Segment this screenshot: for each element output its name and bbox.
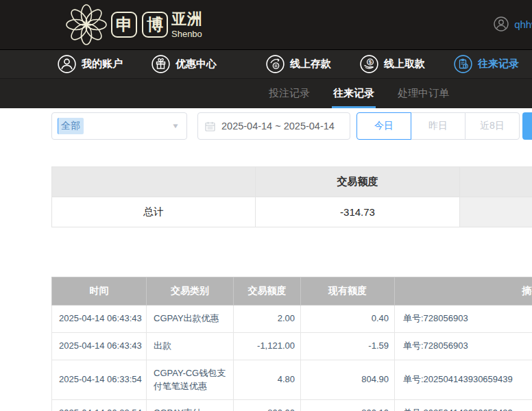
- nav-item-transactions[interactable]: 往来记录: [454, 55, 519, 73]
- col-header-time: 时间: [52, 277, 147, 306]
- cell-type: CGPAY支付: [147, 400, 234, 411]
- nav-label: 我的账户: [82, 58, 123, 71]
- logo-char-2: 博: [142, 12, 168, 38]
- cell-type: 出款: [147, 332, 234, 360]
- logo-region-text: 亚洲: [171, 12, 203, 27]
- user-account[interactable]: qhhw: [494, 16, 532, 32]
- today-button[interactable]: 今日: [356, 112, 411, 140]
- nav-item-promotions[interactable]: 优惠中心: [152, 55, 217, 73]
- nav-label: 往来记录: [478, 58, 519, 71]
- account-person-icon: [58, 55, 76, 73]
- site-logo[interactable]: 申 博 亚洲 Shenbo: [64, 4, 203, 45]
- cell-summary: 单号:728056903: [395, 306, 532, 333]
- deposit-coin-icon: [266, 55, 285, 73]
- cell-balance: 804.90: [301, 360, 395, 400]
- cell-summary: 单号:202504143930659439: [395, 360, 532, 400]
- cell-amount: 2.00: [234, 306, 301, 333]
- nav-label: 线上存款: [290, 58, 331, 71]
- cell-summary: 单号:728056903: [395, 332, 532, 360]
- cell-type: CGPAY出款优惠: [147, 306, 234, 333]
- cell-summary: 单号:202504143930659439: [395, 400, 532, 411]
- table-row: 2025-04-14 06:33:54 CGPAY-CG钱包支付笔笔送优惠 4.…: [52, 360, 532, 400]
- filter-row: 全部 ▼ 2025-04-14 ~ 2025-04-14 今日 昨日 近8日: [51, 112, 532, 140]
- calendar-icon: [205, 121, 215, 132]
- summary-total-label: 总计: [52, 197, 256, 227]
- col-header-amount: 交易额度: [234, 277, 301, 306]
- logo-characters: 申 博: [111, 12, 168, 38]
- transactions-tbody: 2025-04-14 06:43:43 CGPAY出款优惠 2.00 0.40 …: [52, 306, 532, 411]
- username-text: qhhw: [514, 18, 532, 30]
- flower-logo-icon: [64, 4, 108, 45]
- table-row: 2025-04-14 06:43:43 CGPAY出款优惠 2.00 0.40 …: [52, 306, 532, 333]
- chevron-down-icon[interactable]: ▼: [171, 122, 180, 129]
- col-header-summary: 摘要: [395, 277, 532, 306]
- last-8-days-button[interactable]: 近8日: [465, 112, 520, 140]
- cell-time: 2025-04-14 06:33:54: [52, 400, 147, 411]
- records-clipboard-icon: [454, 55, 472, 73]
- cell-balance: 0.40: [301, 306, 395, 333]
- nav-item-my-account[interactable]: 我的账户: [58, 55, 123, 73]
- col-header-balance: 现有额度: [301, 277, 395, 306]
- logo-char-1: 申: [111, 12, 137, 38]
- sub-nav: 投注记录 往来记录 处理中订单: [0, 79, 532, 108]
- yesterday-button[interactable]: 昨日: [411, 112, 466, 140]
- main-nav: 我的账户 优惠中心 线上存款 $ 线上取款: [0, 50, 532, 79]
- withdraw-coin-icon: $: [360, 55, 378, 73]
- date-range-value: 2025-04-14 ~ 2025-04-14: [221, 121, 335, 132]
- tab-transaction-records[interactable]: 往来记录: [333, 79, 374, 108]
- table-row: 2025-04-14 06:43:43 出款 -1,121.00 -1.59 单…: [52, 332, 532, 360]
- top-header: 申 博 亚洲 Shenbo qhhw: [0, 0, 532, 50]
- nav-item-deposit[interactable]: 线上存款: [266, 55, 331, 73]
- summary-header-amount: 交易额度: [256, 167, 460, 197]
- gift-icon: [152, 55, 170, 73]
- cell-amount: -1,121.00: [234, 332, 301, 360]
- cell-time: 2025-04-14 06:33:54: [52, 360, 147, 400]
- cell-time: 2025-04-14 06:43:43: [52, 306, 147, 333]
- user-avatar-icon: [494, 16, 509, 32]
- quick-date-buttons: 今日 昨日 近8日: [357, 112, 520, 140]
- cell-time: 2025-04-14 06:43:43: [52, 332, 147, 360]
- type-select[interactable]: 全部 ▼: [51, 112, 187, 140]
- cell-amount: 4.80: [234, 360, 301, 400]
- query-button[interactable]: [522, 112, 532, 140]
- tab-processing-orders[interactable]: 处理中订单: [398, 79, 449, 108]
- date-range-picker[interactable]: 2025-04-14 ~ 2025-04-14: [197, 112, 350, 140]
- summary-header-empty2: [460, 167, 532, 197]
- type-select-value: 全部: [58, 118, 84, 134]
- nav-item-withdraw[interactable]: $ 线上取款: [360, 55, 425, 73]
- summary-total-value: -314.73: [256, 197, 460, 227]
- cell-balance: 800.10: [301, 400, 395, 411]
- transactions-table: 时间 交易类别 交易额度 现有额度 摘要 2025-04-14 06:43:43…: [51, 277, 532, 411]
- table-header-row: 时间 交易类别 交易额度 现有额度 摘要: [52, 277, 532, 306]
- table-row: 2025-04-14 06:33:54 CGPAY支付 800.00 800.1…: [52, 400, 532, 411]
- svg-text:$: $: [369, 59, 372, 65]
- summary-table: 交易额度 总计 -314.73: [51, 166, 532, 227]
- col-header-type: 交易类别: [147, 277, 234, 306]
- cell-balance: -1.59: [301, 332, 395, 360]
- summary-empty-cell: [460, 197, 532, 227]
- cell-type: CGPAY-CG钱包支付笔笔送优惠: [147, 360, 234, 400]
- cell-amount: 800.00: [234, 400, 301, 411]
- logo-subtitle: Shenbo: [171, 29, 203, 38]
- nav-label: 优惠中心: [176, 58, 217, 71]
- summary-header-empty: [52, 167, 256, 197]
- tab-betting-records[interactable]: 投注记录: [269, 79, 310, 108]
- nav-label: 线上取款: [384, 58, 425, 71]
